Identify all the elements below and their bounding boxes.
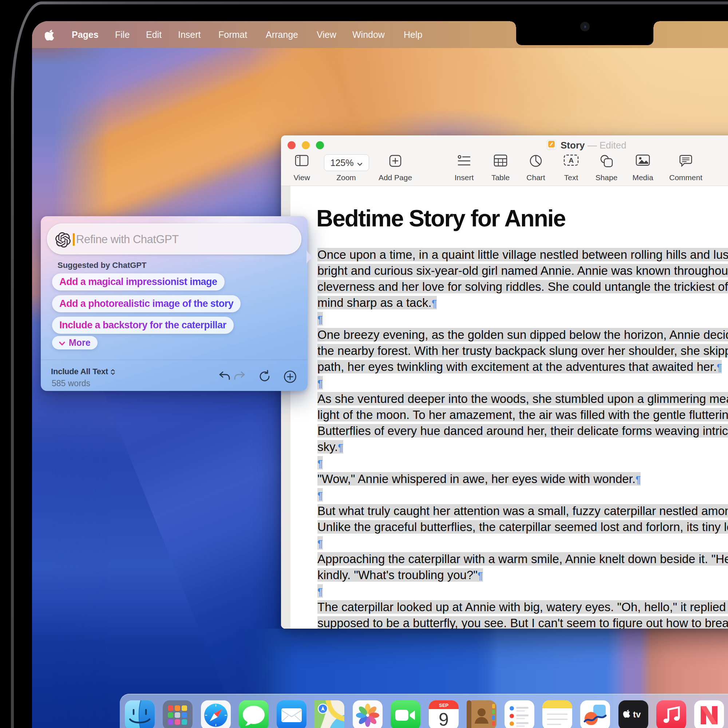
svg-text:SEP: SEP — [439, 702, 448, 708]
svg-text:A: A — [569, 156, 574, 164]
svg-text:9: 9 — [439, 710, 449, 728]
svg-text:tv: tv — [633, 710, 641, 719]
